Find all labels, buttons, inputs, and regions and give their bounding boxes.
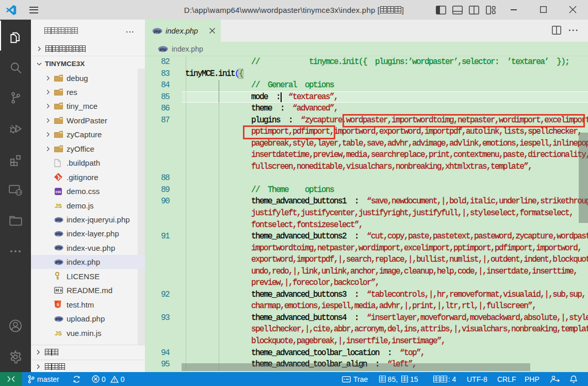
- svg-text:php: php: [55, 317, 62, 321]
- svg-text:JS: JS: [55, 330, 61, 336]
- svg-text:php: php: [154, 29, 161, 33]
- svg-text:php: php: [55, 260, 62, 264]
- svg-text:php: php: [159, 47, 167, 51]
- svg-text:JS: JS: [55, 203, 61, 209]
- svg-text:php: php: [55, 218, 62, 222]
- svg-text:php: php: [55, 246, 62, 250]
- svg-text:css: css: [56, 190, 61, 194]
- svg-text:php: php: [55, 232, 62, 236]
- svg-text:5: 5: [57, 302, 59, 307]
